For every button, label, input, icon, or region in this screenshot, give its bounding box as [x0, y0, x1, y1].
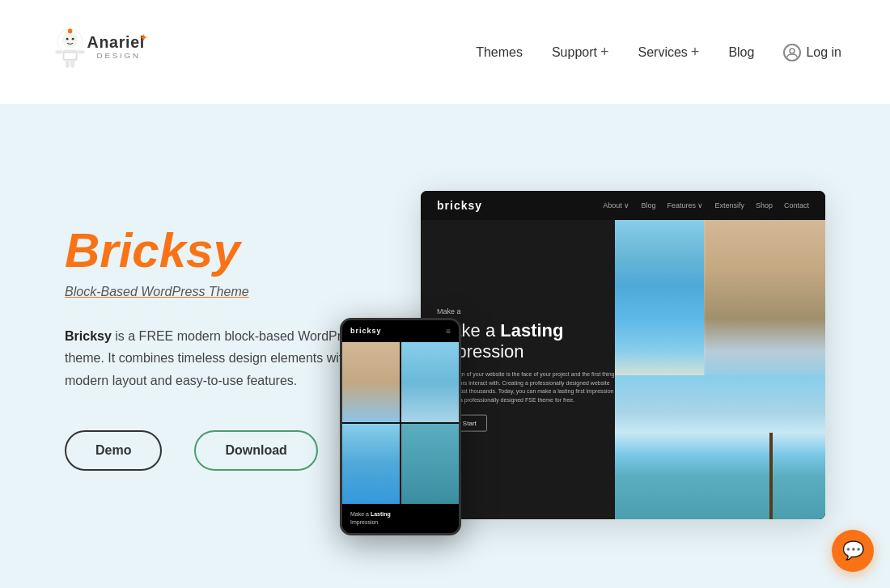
svg-point-3	[72, 37, 74, 40]
desktop-mockup: bricksy About ∨ Blog Features ∨ Extensif…	[421, 191, 825, 519]
mock-beach-img-1	[704, 220, 825, 385]
mobile-caption: Make a LastingImpression	[342, 504, 459, 533]
nav-login[interactable]: Log in	[783, 44, 841, 61]
svg-rect-13	[70, 60, 74, 68]
mobile-hamburger-icon: ≡	[446, 327, 451, 336]
desktop-mock-nav: About ∨ Blog Features ∨ Extensify Shop C…	[603, 201, 809, 209]
svg-point-4	[68, 28, 73, 33]
services-plus-icon: +	[691, 44, 700, 61]
svg-point-2	[66, 37, 69, 40]
site-header: Anariel ✦ DESIGN Themes Support + Servic…	[0, 0, 890, 105]
hero-right-panel: bricksy About ∨ Blog Features ∨ Extensif…	[405, 175, 825, 519]
svg-rect-8	[64, 53, 76, 59]
hero-subtitle: Block-Based WordPress Theme	[65, 285, 372, 299]
svg-text:Anariel: Anariel	[87, 33, 145, 51]
mobile-img-4	[401, 424, 459, 504]
nav-support[interactable]: Support +	[552, 44, 609, 61]
mobile-mock-content	[342, 342, 459, 504]
download-button[interactable]: Download	[194, 430, 317, 471]
demo-button[interactable]: Demo	[65, 430, 162, 471]
svg-point-14	[790, 49, 795, 53]
desktop-navbar: bricksy About ∨ Blog Features ∨ Extensif…	[421, 191, 825, 220]
chat-bubble-button[interactable]: 💬	[832, 530, 874, 572]
hero-description: Bricksy is a FREE modern block-based Wor…	[65, 325, 372, 391]
chat-icon: 💬	[842, 540, 864, 561]
mobile-img-1	[342, 342, 400, 422]
mock-beach-img-2	[615, 220, 704, 385]
overlay-body: The design of your website is the face o…	[437, 370, 615, 404]
nav-themes[interactable]: Themes	[476, 45, 523, 60]
mobile-caption-text: Make a LastingImpression	[350, 510, 451, 527]
logo-area[interactable]: Anariel ✦ DESIGN	[49, 20, 162, 85]
svg-rect-12	[66, 60, 70, 68]
hero-title: Bricksy	[65, 222, 372, 278]
login-icon	[783, 44, 801, 61]
desktop-mock-logo: bricksy	[437, 199, 482, 212]
hero-section: Bricksy Block-Based WordPress Theme Bric…	[0, 105, 890, 588]
hero-buttons: Demo Download	[65, 430, 372, 471]
mobile-img-2	[401, 342, 459, 422]
mobile-mock-logo: bricksy	[350, 327, 382, 335]
mobile-mockup: bricksy ≡ Make a LastingImpression	[340, 318, 461, 535]
desktop-text-overlay: Make a Make a LastingImpression The desi…	[437, 307, 615, 432]
svg-rect-6	[55, 50, 62, 53]
mobile-mock-navbar: bricksy ≡	[342, 320, 459, 342]
overlay-heading: Make a LastingImpression	[437, 319, 615, 362]
main-nav: Themes Support + Services + Blog Log in	[476, 44, 841, 61]
hero-brand-name: Bricksy	[65, 329, 112, 343]
nav-services[interactable]: Services +	[638, 44, 700, 61]
desktop-mock-content: Make a Make a LastingImpression The desi…	[421, 220, 825, 519]
mobile-img-grid	[342, 342, 459, 504]
nav-blog[interactable]: Blog	[728, 45, 754, 60]
svg-text:DESIGN: DESIGN	[97, 51, 141, 60]
support-plus-icon: +	[600, 44, 609, 61]
svg-rect-7	[78, 50, 85, 53]
logo-svg: Anariel ✦ DESIGN	[49, 20, 162, 85]
mock-pier-scene	[615, 375, 825, 519]
svg-text:✦: ✦	[139, 32, 148, 44]
mobile-img-3	[342, 424, 400, 504]
svg-point-1	[62, 32, 78, 48]
